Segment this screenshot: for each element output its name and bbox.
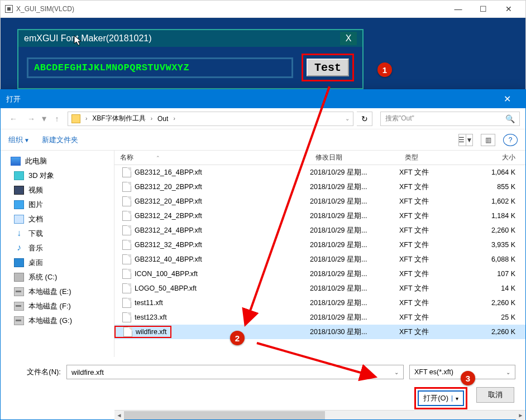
open-button[interactable]: 打开(O) ▾	[418, 390, 464, 406]
sidebar-item[interactable]: ↓下载	[1, 226, 114, 241]
file-row[interactable]: GB2312_40_4BPP.xft2018/10/29 星期...XFT 文件…	[114, 252, 525, 267]
organize-menu[interactable]: 组织▼	[8, 135, 30, 145]
file-row[interactable]: test123.xft2018/10/29 星期...XFT 文件25 K	[114, 310, 525, 325]
sidebar-item-label: 图片	[28, 200, 43, 210]
maximize-button[interactable]: ☐	[471, 1, 496, 17]
file-name: GB2312_24_4BPP.xft	[135, 226, 202, 234]
breadcrumb-dropdown-icon[interactable]: ⌄	[345, 115, 350, 122]
sidebar-item[interactable]: 本地磁盘 (F:)	[1, 299, 114, 313]
sidebar-item[interactable]: 视频	[1, 183, 114, 197]
font-maker-titlebar[interactable]: emXGUI Font Maker(20181021) X	[18, 30, 362, 47]
refresh-button[interactable]: ↻	[357, 112, 372, 126]
file-icon	[122, 225, 131, 235]
chevron-down-icon[interactable]: ⌄	[506, 369, 510, 375]
sidebar-item[interactable]: 文档	[1, 212, 114, 226]
client-area: emXGUI Font Maker(20181021) X ABCDEFGHIJ…	[1, 18, 525, 93]
filename-label: 文件名(N):	[11, 367, 61, 377]
nav-back-button[interactable]: ←	[6, 112, 21, 126]
dialog-close-button[interactable]: ✕	[495, 90, 520, 108]
sidebar-item[interactable]: 此电脑	[1, 154, 114, 168]
file-row[interactable]: test11.xft2018/10/29 星期...XFT 文件2,260 K	[114, 296, 525, 310]
font-maker-close-button[interactable]: X	[340, 32, 357, 45]
file-name: LOGO_50_4BPP.xft	[135, 284, 197, 292]
font-maker-title: emXGUI Font Maker(20181021)	[24, 33, 152, 44]
dialog-title-text: 打开	[6, 94, 21, 104]
file-icon	[123, 327, 132, 337]
i-dl-icon: ↓	[14, 229, 24, 238]
test-button[interactable]: Test	[307, 59, 349, 76]
file-row[interactable]: wildfire.xft2018/10/30 星期...XFT 文件2,260 …	[114, 325, 525, 339]
sidebar-item[interactable]: 本地磁盘 (E:)	[1, 284, 114, 299]
column-headers[interactable]: 名称⌃ 修改日期 类型 大小	[114, 151, 525, 165]
i-video-icon	[14, 186, 24, 195]
file-name: GB2312_32_4BPP.xft	[135, 241, 202, 249]
sidebar-item[interactable]: 图片	[1, 197, 114, 212]
nav-forward-button[interactable]: →	[24, 112, 39, 126]
sidebar-item[interactable]: 桌面	[1, 255, 114, 270]
callout-frame-3: 打开(O) ▾	[414, 387, 467, 409]
i-drive-icon	[14, 316, 24, 325]
open-dropdown-icon[interactable]: ▾	[452, 395, 458, 402]
view-mode-button[interactable]: ☰ ▼	[458, 134, 473, 146]
file-icon	[122, 182, 131, 192]
close-button[interactable]: ✕	[496, 1, 521, 17]
breadcrumb[interactable]: › XBF字体制作工具 › Out › ⌄	[68, 112, 353, 126]
file-icon	[122, 240, 131, 250]
horizontal-scrollbar[interactable]: ◄ ►	[114, 410, 525, 419]
i-doc-icon	[14, 215, 24, 224]
file-icon	[122, 283, 131, 293]
callout-frame-1: Test	[302, 54, 354, 81]
sidebar-item-label: 3D 对象	[28, 171, 54, 181]
sidebar-item-label: 视频	[28, 185, 43, 195]
file-row[interactable]: GB2312_20_4BPP.xft2018/10/29 星期...XFT 文件…	[114, 194, 525, 209]
sidebar-item-label: 音乐	[28, 243, 43, 253]
sidebar: 此电脑3D 对象视频图片文档↓下载♪音乐桌面系统 (C:)本地磁盘 (E:)本地…	[1, 151, 114, 357]
sidebar-item-label: 本地磁盘 (E:)	[28, 287, 71, 297]
sidebar-item[interactable]: 本地磁盘 (G:)	[1, 313, 114, 328]
nav-up-button[interactable]: ↑	[50, 112, 64, 126]
sidebar-item-label: 系统 (C:)	[28, 272, 57, 282]
i-drive-icon	[14, 287, 24, 296]
file-row[interactable]: GB2312_24_4BPP.xft2018/10/29 星期...XFT 文件…	[114, 223, 525, 238]
file-name: GB2312_20_4BPP.xft	[135, 197, 202, 205]
sidebar-item[interactable]: 3D 对象	[1, 168, 114, 183]
i-3d-icon	[14, 171, 24, 180]
i-desk-icon	[14, 258, 24, 267]
file-icon	[122, 254, 131, 264]
i-drive-icon	[14, 302, 24, 311]
file-name: GB2312_16_4BPP.xft	[135, 168, 202, 176]
breadcrumb-seg[interactable]: XBF字体制作工具	[92, 114, 145, 123]
file-icon	[122, 269, 131, 279]
i-music-icon: ♪	[14, 244, 24, 253]
file-row[interactable]: GB2312_24_2BPP.xft2018/10/29 星期...XFT 文件…	[114, 209, 525, 223]
filename-input[interactable]: wildfire.xft ⌄	[66, 365, 404, 379]
file-icon	[122, 196, 131, 206]
chevron-down-icon[interactable]: ⌄	[394, 369, 399, 375]
sidebar-item[interactable]: ♪音乐	[1, 241, 114, 255]
file-icon	[122, 167, 131, 177]
app-title: X_GUI_SIM(VLCD)	[16, 5, 74, 13]
file-row[interactable]: ICON_100_4BPP.xft2018/10/29 星期...XFT 文件1…	[114, 267, 525, 281]
sidebar-item[interactable]: 系统 (C:)	[1, 270, 114, 284]
file-row[interactable]: LOGO_50_4BPP.xft2018/10/29 星期...XFT 文件14…	[114, 281, 525, 296]
cancel-button[interactable]: 取消	[476, 387, 514, 403]
search-input[interactable]: 搜索"Out" 🔍	[380, 112, 520, 126]
help-button[interactable]: ?	[503, 134, 518, 146]
search-placeholder: 搜索"Out"	[385, 114, 414, 123]
file-row[interactable]: GB2312_32_4BPP.xft2018/10/29 星期...XFT 文件…	[114, 238, 525, 252]
filetype-select[interactable]: XFT es(*.xft) ⌄	[409, 365, 515, 379]
file-row[interactable]: GB2312_16_4BPP.xft2018/10/29 星期...XFT 文件…	[114, 165, 525, 180]
open-file-dialog: 打开 ✕ ← → ▾ ↑ › XBF字体制作工具 › Out › ⌄ ↻ 搜索"…	[0, 89, 526, 420]
file-name: wildfire.xft	[136, 328, 167, 336]
sidebar-item-label: 下载	[28, 229, 43, 239]
scrollbar-thumb[interactable]	[124, 411, 325, 419]
font-preview-text: ABCDEFGHIJKLMNOPQRSTUVWXYZ	[27, 57, 293, 78]
breadcrumb-seg[interactable]: Out	[157, 115, 168, 123]
dialog-titlebar[interactable]: 打开 ✕	[1, 90, 525, 108]
file-row[interactable]: GB2312_20_2BPP.xft2018/10/29 星期...XFT 文件…	[114, 180, 525, 194]
preview-pane-button[interactable]: ▥	[481, 134, 495, 146]
scroll-right-icon[interactable]: ►	[516, 411, 525, 420]
scroll-left-icon[interactable]: ◄	[114, 411, 124, 420]
minimize-button[interactable]: —	[446, 1, 471, 17]
new-folder-button[interactable]: 新建文件夹	[42, 135, 78, 145]
